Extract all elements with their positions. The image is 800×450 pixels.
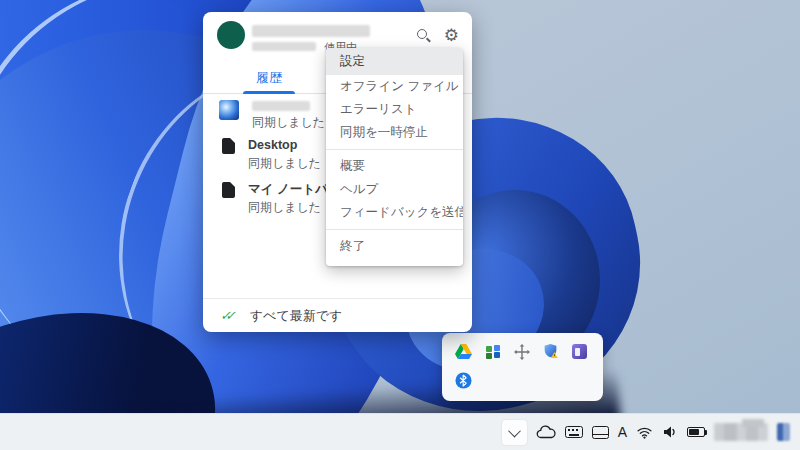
account-avatar[interactable] bbox=[217, 21, 245, 49]
sync-status-footer: すべて最新です bbox=[203, 298, 472, 332]
active-tab-underline bbox=[243, 91, 295, 94]
menu-item-settings[interactable]: 設定 bbox=[326, 48, 463, 75]
menu-item-pause-sync[interactable]: 同期を一時停止 bbox=[326, 121, 463, 144]
menu-item-quit[interactable]: 終了 bbox=[326, 235, 463, 258]
google-drive-icon bbox=[455, 344, 472, 359]
activity-item[interactable]: Desktop 同期しました bbox=[219, 138, 321, 172]
sync-status: 同期しました bbox=[248, 155, 321, 172]
tab-history[interactable]: 履歴 bbox=[241, 69, 297, 87]
windows-security-shield-icon bbox=[542, 343, 559, 360]
teams-icon bbox=[572, 344, 587, 359]
redacted-item-title bbox=[252, 101, 310, 111]
activity-item[interactable]: マイ ノートパソ 同期しました bbox=[219, 182, 341, 216]
hidden-icons-chevron-button[interactable] bbox=[502, 420, 527, 445]
settings-gear-icon[interactable] bbox=[444, 27, 459, 44]
menu-item-send-feedback[interactable]: フィードバックを送信 bbox=[326, 201, 463, 224]
google-drive-tray-button[interactable] bbox=[449, 337, 478, 366]
menu-divider bbox=[326, 149, 463, 150]
battery-icon bbox=[687, 427, 705, 437]
move-tool-tray-button[interactable] bbox=[507, 337, 536, 366]
volume-icon bbox=[662, 424, 678, 440]
touchpad-icon bbox=[592, 426, 609, 439]
clock-redacted[interactable] bbox=[714, 423, 768, 441]
chevron-down-icon bbox=[508, 424, 521, 437]
activity-item[interactable]: 同期しました bbox=[219, 100, 325, 131]
grid-app-tray-button[interactable] bbox=[478, 337, 507, 366]
teams-tray-button[interactable] bbox=[565, 337, 594, 366]
battery-tray-button[interactable] bbox=[687, 427, 705, 437]
menu-item-offline-files[interactable]: オフライン ファイル bbox=[326, 75, 463, 98]
ime-mode-button[interactable]: A bbox=[618, 425, 627, 439]
footer-status-label: すべて最新です bbox=[250, 307, 343, 325]
globe-icon bbox=[219, 100, 239, 120]
menu-item-help[interactable]: ヘルプ bbox=[326, 178, 463, 201]
onedrive-cloud-icon bbox=[536, 425, 556, 439]
onedrive-tray-button[interactable] bbox=[536, 425, 556, 439]
ime-mode-indicator: A bbox=[618, 425, 627, 439]
tray-overflow-flyout bbox=[442, 333, 603, 401]
bluetooth-icon bbox=[455, 372, 472, 389]
grid-app-icon bbox=[486, 345, 500, 359]
desktop-screen: A 使用中 履歴 bbox=[0, 0, 800, 450]
touchpad-tray-button[interactable] bbox=[592, 426, 609, 439]
sync-status: 同期しました bbox=[252, 114, 325, 131]
keyboard-tray-button[interactable] bbox=[565, 426, 583, 438]
move-arrows-icon bbox=[514, 344, 530, 360]
redacted-account-name bbox=[252, 25, 370, 37]
windows-security-tray-button[interactable] bbox=[536, 337, 565, 366]
menu-item-about[interactable]: 概要 bbox=[326, 155, 463, 178]
document-icon bbox=[222, 182, 235, 198]
keyboard-icon bbox=[565, 426, 583, 438]
menu-item-error-list[interactable]: エラーリスト bbox=[326, 98, 463, 121]
bluetooth-tray-button[interactable] bbox=[449, 366, 478, 395]
document-icon bbox=[222, 138, 235, 154]
menu-divider bbox=[326, 229, 463, 230]
item-title: Desktop bbox=[248, 138, 321, 152]
taskbar: A bbox=[0, 413, 800, 450]
wifi-icon bbox=[636, 424, 653, 440]
double-check-icon bbox=[220, 308, 236, 323]
settings-dropdown-menu: 設定 オフライン ファイル エラーリスト 同期を一時停止 概要 ヘルプ フィード… bbox=[326, 48, 463, 266]
volume-tray-button[interactable] bbox=[662, 424, 678, 440]
search-icon[interactable] bbox=[417, 29, 431, 43]
redacted-account-detail bbox=[252, 42, 316, 51]
notification-area-redacted-icon[interactable] bbox=[777, 423, 790, 441]
wifi-tray-button[interactable] bbox=[636, 424, 653, 440]
